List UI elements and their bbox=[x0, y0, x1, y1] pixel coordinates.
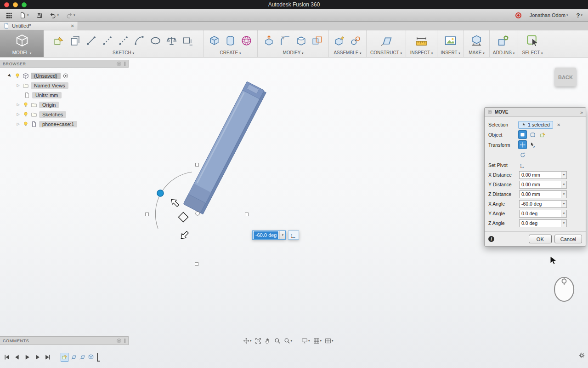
set-pivot-button[interactable] bbox=[518, 161, 527, 169]
close-window-button[interactable] bbox=[4, 2, 9, 7]
collapse-arrow-icon[interactable]: ▷ bbox=[16, 122, 21, 126]
plane-handle-left[interactable] bbox=[146, 213, 149, 216]
tree-item-origin[interactable]: ▷ Origin bbox=[0, 100, 129, 109]
field-dropdown-icon[interactable]: ▾ bbox=[561, 172, 566, 178]
object-type-sketch-button[interactable] bbox=[538, 130, 547, 139]
zoom-window-button[interactable]: ▾ bbox=[283, 338, 294, 344]
back-button[interactable]: BACK bbox=[555, 68, 576, 86]
joint-button[interactable] bbox=[348, 33, 363, 49]
document-tab[interactable]: Untitled* ✕ bbox=[0, 22, 78, 30]
tree-item-label[interactable]: Units: mm bbox=[32, 92, 62, 98]
display-settings-button[interactable]: ▾ bbox=[300, 338, 311, 344]
move-dialog-header[interactable]: MOVE » bbox=[485, 108, 586, 117]
sketch-palette-button[interactable] bbox=[68, 33, 83, 49]
timeline-skip-end-button[interactable] bbox=[44, 354, 51, 361]
new-component-button[interactable] bbox=[332, 33, 347, 49]
scripts-addins-button[interactable] bbox=[497, 33, 511, 49]
move-arrow-down-left[interactable] bbox=[179, 230, 190, 241]
redo-button[interactable]: ▾ bbox=[66, 12, 75, 19]
construct-menu-button[interactable]: CONSTRUCT ▾ bbox=[367, 50, 406, 57]
plane-handle-bottom[interactable] bbox=[195, 263, 198, 266]
create-form-button[interactable] bbox=[239, 33, 254, 49]
record-indicator-icon[interactable] bbox=[515, 12, 521, 18]
sketch-scale-button[interactable] bbox=[164, 33, 179, 49]
dialog-expand-icon[interactable]: » bbox=[580, 109, 583, 115]
timeline-skip-start-button[interactable] bbox=[4, 354, 11, 361]
insert-menu-button[interactable]: INSERT ▾ bbox=[437, 50, 464, 57]
fillet-button[interactable] bbox=[278, 33, 293, 49]
move-arrow-up-left[interactable] bbox=[170, 197, 180, 208]
y-distance-field[interactable]: 0.00 mm▾ bbox=[519, 181, 567, 189]
info-icon[interactable]: i bbox=[488, 236, 494, 242]
field-dropdown-icon[interactable]: ▾ bbox=[561, 210, 566, 217]
construction-line-button[interactable] bbox=[100, 33, 115, 49]
sketch-menu-button[interactable]: SKETCH ▾ bbox=[44, 50, 203, 57]
object-type-components-button[interactable] bbox=[528, 130, 537, 139]
timeline-step-forward-button[interactable] bbox=[34, 354, 41, 361]
press-pull-button[interactable] bbox=[262, 33, 277, 49]
visibility-bulb-icon[interactable] bbox=[23, 121, 29, 127]
tree-item-label[interactable]: phone+case:1 bbox=[39, 121, 77, 127]
plane-handle-right[interactable] bbox=[245, 213, 249, 216]
tree-item-label[interactable]: Sketches bbox=[39, 111, 66, 118]
collapse-arrow-icon[interactable]: ▷ bbox=[16, 112, 21, 116]
tree-item-units[interactable]: Units: mm bbox=[0, 90, 129, 100]
pivot-point[interactable] bbox=[196, 212, 199, 215]
line-tool-button[interactable] bbox=[84, 33, 99, 49]
inspect-menu-button[interactable]: INSPECT ▾ bbox=[406, 50, 437, 57]
addins-menu-button[interactable]: ADD-INS ▾ bbox=[490, 50, 518, 57]
create-sketch-button[interactable] bbox=[52, 33, 67, 49]
ok-button[interactable]: OK bbox=[529, 235, 552, 243]
panel-collapse-handle[interactable] bbox=[124, 62, 125, 66]
select-menu-button[interactable]: SELECT ▾ bbox=[518, 50, 547, 57]
field-dropdown-icon[interactable]: ▾ bbox=[561, 220, 566, 227]
phone-case-body[interactable] bbox=[183, 81, 266, 214]
plane-handle-top[interactable] bbox=[196, 163, 199, 167]
timeline-step-back-button[interactable] bbox=[14, 354, 21, 361]
timeline-feature[interactable] bbox=[87, 353, 95, 362]
grid-layout-button[interactable]: ▾ bbox=[312, 338, 323, 344]
make-3d-print-button[interactable] bbox=[469, 33, 484, 49]
timeline-feature[interactable] bbox=[78, 353, 86, 362]
shell-button[interactable] bbox=[294, 33, 309, 49]
select-tool-button[interactable] bbox=[525, 33, 540, 49]
tree-item-label[interactable]: Origin bbox=[39, 102, 59, 108]
minimize-window-button[interactable] bbox=[13, 2, 18, 7]
visibility-bulb-icon[interactable] bbox=[23, 111, 29, 118]
z-angle-field[interactable]: 0.0 deg▾ bbox=[519, 219, 567, 227]
help-menu-button[interactable]: ?▾ bbox=[577, 12, 582, 19]
tree-item-phone-case[interactable]: ▷ phone+case:1 bbox=[0, 119, 129, 129]
angle-input[interactable]: -60.0 deg ▾ bbox=[252, 230, 286, 240]
undo-button[interactable]: ▾ bbox=[50, 12, 59, 19]
selection-button[interactable]: 1 selected bbox=[518, 121, 553, 129]
tree-item-label[interactable]: Named Views bbox=[31, 82, 68, 89]
user-account-menu[interactable]: Jonathan Odom▾ bbox=[530, 12, 568, 18]
tree-item-label[interactable]: (Unsaved) bbox=[31, 73, 61, 79]
timeline-feature[interactable] bbox=[69, 353, 77, 362]
rotate-arc[interactable] bbox=[155, 172, 192, 229]
expand-arrow-icon[interactable]: ▶ bbox=[6, 72, 13, 79]
visibility-bulb-icon[interactable] bbox=[14, 73, 21, 79]
tree-item-named-views[interactable]: ▷ Named Views bbox=[0, 80, 129, 90]
pan-orbit-button[interactable]: ▾ bbox=[242, 338, 253, 344]
panel-collapse-handle[interactable] bbox=[124, 339, 125, 343]
make-menu-button[interactable]: MAKE ▾ bbox=[464, 50, 489, 57]
construction-plane-button[interactable] bbox=[379, 33, 394, 49]
x-angle-field[interactable]: -60.0 deg▾ bbox=[519, 200, 567, 208]
timeline-position-marker[interactable] bbox=[97, 353, 100, 362]
visibility-bulb-icon[interactable] bbox=[23, 102, 29, 108]
collapse-arrow-icon[interactable]: ▷ bbox=[16, 103, 21, 107]
angle-dropdown-icon[interactable]: ▾ bbox=[279, 231, 285, 239]
close-tab-button[interactable]: ✕ bbox=[71, 23, 74, 29]
z-distance-field[interactable]: 0.00 mm▾ bbox=[519, 190, 567, 198]
angle-input-value[interactable]: -60.0 deg bbox=[254, 231, 278, 239]
spline-tool-button[interactable] bbox=[116, 33, 131, 49]
browser-panel-header[interactable]: BROWSER bbox=[0, 60, 129, 68]
free-move-handle[interactable] bbox=[178, 212, 188, 222]
zoom-window-button[interactable] bbox=[22, 2, 27, 7]
transform-rotate-button[interactable] bbox=[518, 150, 527, 159]
y-angle-field[interactable]: 0.0 deg▾ bbox=[519, 210, 567, 218]
workspace-switcher[interactable]: MODEL ▾ bbox=[0, 30, 44, 57]
collapse-arrow-icon[interactable]: ▷ bbox=[16, 83, 21, 87]
combine-button[interactable] bbox=[310, 33, 325, 49]
